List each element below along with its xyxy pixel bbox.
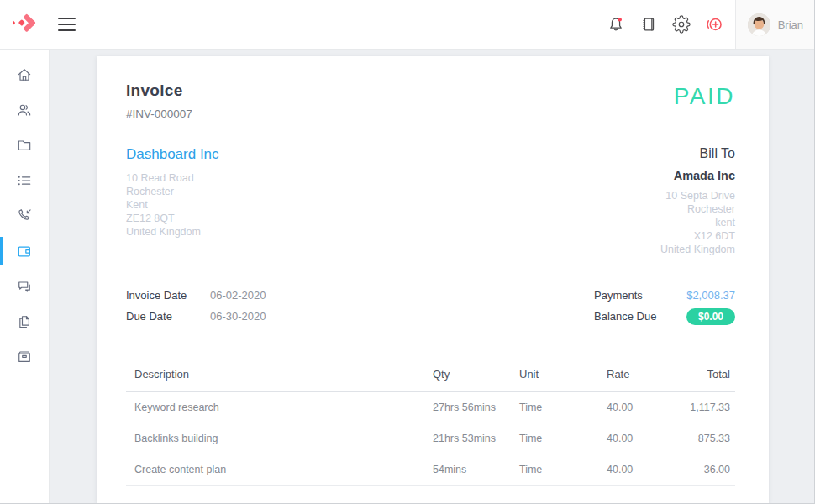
notebook-icon[interactable] [639, 14, 659, 34]
table-cell: Time [519, 423, 607, 454]
from-company-link[interactable]: Dashboard Inc [126, 146, 219, 163]
sidebar-item-projects[interactable] [0, 128, 49, 163]
topbar: Brian [0, 0, 815, 50]
table-cell: Backlinks building [126, 423, 433, 454]
page-title: Invoice [126, 81, 192, 100]
app-logo[interactable] [0, 0, 50, 49]
table-cell: 40.00 [607, 454, 672, 486]
user-menu[interactable]: Brian [735, 0, 815, 49]
table-cell: 21hrs 53mins [433, 423, 519, 454]
archive-box-icon [16, 349, 33, 365]
items-table-body: Keyword research27hrs 56minsTime40.001,1… [126, 392, 735, 486]
column-header: Qty [433, 360, 519, 392]
billto-label: Bill To [660, 146, 735, 161]
folder-icon [16, 137, 33, 154]
address-line: United Kingdom [126, 225, 219, 239]
address-line: Rochester [660, 202, 735, 216]
sidebar-item-calls[interactable] [0, 198, 49, 234]
table-cell: Time [519, 454, 607, 486]
gear-icon[interactable] [671, 14, 691, 34]
column-header: Rate [607, 360, 672, 392]
table-cell: 54mins [433, 454, 519, 486]
balance-due-label: Balance Due [594, 310, 656, 323]
table-cell: 40.00 [607, 392, 672, 423]
column-header: Total [672, 360, 735, 392]
address-line: X12 6DT [660, 229, 735, 243]
table-cell: 36.00 [672, 454, 735, 486]
home-icon [16, 66, 33, 83]
from-address: 10 Read RoadRochesterKentZE12 8QTUnited … [126, 171, 219, 239]
table-row: Backlinks building21hrs 53minsTime40.008… [126, 423, 735, 454]
invoice-date-value: 06-02-2020 [210, 289, 266, 302]
items-table-head-row: DescriptionQtyUnitRateTotal [126, 360, 735, 392]
list-icon [16, 172, 33, 189]
bell-icon[interactable] [606, 14, 626, 34]
sidebar-item-tasks[interactable] [0, 163, 49, 198]
table-cell: 40.00 [607, 423, 672, 454]
sidebar-item-archive[interactable] [0, 339, 49, 375]
sidebar-item-home[interactable] [0, 57, 49, 92]
address-line: kent [660, 216, 735, 229]
table-cell: Create content plan [126, 454, 433, 486]
line-items-table: DescriptionQtyUnitRateTotal Keyword rese… [126, 360, 735, 486]
billto-address: 10 Septa DriveRochesterkentX12 6DTUnited… [660, 189, 735, 256]
sidebar-item-contacts[interactable] [0, 92, 49, 128]
invoice-card: Invoice #INV-000007 PAID Dashboard Inc 1… [97, 56, 769, 503]
column-header: Description [126, 360, 433, 392]
payments-label: Payments [594, 289, 643, 302]
chat-icon [16, 278, 33, 295]
address-line: ZE12 8QT [126, 212, 219, 225]
address-line: 10 Septa Drive [660, 189, 735, 202]
balance-due-badge: $0.00 [686, 308, 735, 325]
invoice-date-label: Invoice Date [126, 289, 210, 302]
sidebar-nav [0, 50, 50, 504]
totals-block: Payments $2,008.37 Balance Due $0.00 [594, 285, 735, 327]
dates-block: Invoice Date 06-02-2020 Due Date 06-30-2… [126, 285, 266, 327]
sidebar-item-documents[interactable] [0, 304, 49, 339]
billto-block: Bill To Amada Inc 10 Septa DriveRocheste… [660, 146, 735, 256]
table-cell: Keyword research [126, 392, 433, 423]
address-line: 10 Read Road [126, 171, 219, 185]
phone-incoming-icon [16, 207, 33, 224]
status-badge: PAID [674, 85, 735, 108]
sidebar-item-invoices[interactable] [0, 234, 49, 269]
payments-value: $2,008.37 [686, 289, 735, 302]
table-row: Create content plan54minsTime40.0036.00 [126, 454, 735, 486]
from-block: Dashboard Inc 10 Read RoadRochesterKentZ… [126, 146, 219, 256]
user-name: Brian [778, 18, 803, 31]
pages-icon [16, 313, 33, 330]
users-icon [16, 102, 33, 118]
due-date-label: Due Date [126, 310, 210, 323]
column-header: Unit [519, 360, 607, 392]
address-line: Rochester [126, 185, 219, 198]
table-cell: Time [519, 392, 607, 423]
menu-toggle-button[interactable] [58, 12, 83, 37]
address-line: United Kingdom [660, 243, 735, 256]
topbar-actions [606, 14, 735, 34]
avatar [748, 13, 770, 36]
table-row: Keyword research27hrs 56minsTime40.001,1… [126, 392, 735, 423]
wallet-icon [16, 243, 33, 260]
table-cell: 875.33 [672, 423, 735, 454]
table-cell: 1,117.33 [672, 392, 735, 423]
main-content: Invoice #INV-000007 PAID Dashboard Inc 1… [50, 50, 815, 504]
address-line: Kent [126, 198, 219, 212]
quick-add-timer-icon[interactable] [704, 14, 724, 34]
due-date-value: 06-30-2020 [210, 310, 266, 323]
table-cell: 27hrs 56mins [433, 392, 519, 423]
sidebar-item-messages[interactable] [0, 269, 49, 304]
brand-logo-icon [13, 13, 36, 36]
invoice-number: #INV-000007 [126, 108, 192, 120]
billto-company: Amada Inc [660, 169, 735, 182]
